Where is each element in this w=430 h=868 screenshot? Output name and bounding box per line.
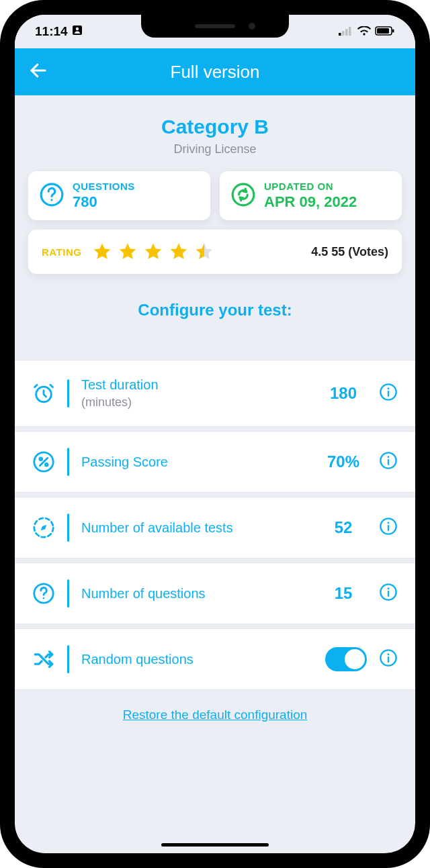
content-area: Category B Driving License QUESTIONS 780: [15, 95, 415, 722]
home-indicator[interactable]: [161, 843, 269, 847]
info-icon[interactable]: [379, 648, 398, 670]
header-title: Full version: [171, 62, 260, 83]
wifi-icon: [357, 24, 371, 39]
front-camera: [249, 23, 255, 30]
questions-row-value: 15: [320, 584, 367, 603]
svg-rect-4: [345, 29, 348, 36]
updated-value: APR 09, 2022: [264, 193, 357, 211]
back-arrow-icon[interactable]: [28, 60, 48, 83]
tests-value: 52: [320, 518, 367, 537]
svg-rect-2: [339, 33, 341, 36]
clock-icon: [32, 382, 55, 405]
rating-label: RATING: [42, 246, 81, 258]
config-row-tests[interactable]: Number of available tests 52: [15, 497, 415, 559]
config-row-questions[interactable]: Number of questions 15: [15, 563, 415, 624]
duration-value: 180: [320, 384, 367, 403]
svg-point-30: [43, 597, 45, 599]
duration-label-sub: (minutes): [81, 395, 132, 409]
info-icon[interactable]: [379, 451, 398, 473]
notch: [141, 15, 289, 38]
configure-title: Configure your test:: [28, 301, 402, 320]
shuffle-icon: [32, 648, 55, 671]
svg-point-11: [50, 199, 52, 201]
status-time: 11:14: [35, 24, 68, 39]
compass-dashed-icon: [32, 516, 55, 539]
divider: [67, 645, 69, 673]
svg-line-19: [40, 458, 47, 465]
star-icon: [118, 242, 138, 262]
status-right: [339, 24, 395, 39]
person-card-icon: [72, 24, 83, 39]
svg-point-33: [388, 587, 390, 589]
svg-rect-8: [392, 30, 394, 33]
star-icon: [169, 242, 189, 262]
duration-label: Test duration (minutes): [81, 377, 308, 410]
config-list: Test duration (minutes) 180 Passing Scor…: [15, 360, 415, 690]
star-icon: [92, 242, 112, 262]
svg-rect-7: [377, 28, 389, 34]
toggle-knob: [345, 649, 365, 669]
cellular-icon: [339, 24, 353, 39]
question-circle-icon: [32, 582, 55, 605]
random-label: Random questions: [81, 651, 313, 668]
refresh-circle-icon: [230, 182, 256, 210]
svg-point-1: [75, 28, 78, 30]
updated-card: UPDATED ON APR 09, 2022: [220, 171, 402, 220]
speaker-slot: [195, 24, 235, 28]
tests-label: Number of available tests: [81, 520, 308, 536]
svg-rect-5: [349, 27, 351, 36]
app-header: Full version: [15, 48, 415, 95]
svg-point-20: [40, 458, 42, 461]
questions-card: QUESTIONS 780: [28, 171, 210, 220]
status-left: 11:14: [35, 24, 83, 39]
restore-default-link[interactable]: Restore the default configuration: [28, 708, 402, 722]
star-icon: [143, 242, 163, 262]
config-row-duration[interactable]: Test duration (minutes) 180: [15, 360, 415, 427]
rating-text: 4.5 55 (Votes): [311, 245, 388, 259]
config-row-passing[interactable]: Passing Score 70%: [15, 431, 415, 493]
category-subtitle: Driving License: [28, 142, 402, 156]
rating-stars: [92, 242, 300, 262]
questions-label: QUESTIONS: [73, 181, 135, 192]
info-icon[interactable]: [379, 383, 398, 404]
passing-value: 70%: [320, 452, 367, 471]
svg-point-12: [232, 184, 254, 205]
questions-row-label: Number of questions: [81, 585, 308, 602]
passing-label: Passing Score: [81, 454, 308, 471]
divider: [67, 379, 69, 407]
category-title: Category B: [28, 115, 402, 138]
svg-point-28: [388, 522, 390, 524]
random-toggle[interactable]: [325, 647, 367, 671]
question-circle-icon: [39, 182, 64, 210]
svg-point-17: [388, 387, 390, 389]
config-row-random[interactable]: Random questions: [15, 628, 415, 690]
info-icon[interactable]: [379, 583, 398, 604]
phone-frame: 11:14 Full version: [0, 0, 430, 868]
divider: [67, 448, 69, 476]
svg-point-24: [388, 456, 390, 458]
star-half-icon: [194, 242, 214, 262]
percent-circle-icon: [32, 450, 55, 473]
updated-label: UPDATED ON: [264, 181, 357, 192]
divider: [67, 579, 69, 608]
info-icon[interactable]: [379, 517, 398, 538]
duration-label-main: Test duration: [81, 377, 159, 392]
rating-card: RATING 4.5 55 (Votes): [28, 230, 402, 274]
battery-icon: [375, 24, 395, 39]
svg-rect-3: [342, 31, 345, 36]
questions-value: 780: [73, 193, 135, 211]
divider: [67, 514, 69, 542]
svg-point-36: [388, 653, 390, 655]
screen: 11:14 Full version: [15, 15, 415, 853]
svg-point-21: [45, 463, 48, 466]
info-cards-row: QUESTIONS 780 UPDATED ON APR 09, 2022: [28, 171, 402, 220]
